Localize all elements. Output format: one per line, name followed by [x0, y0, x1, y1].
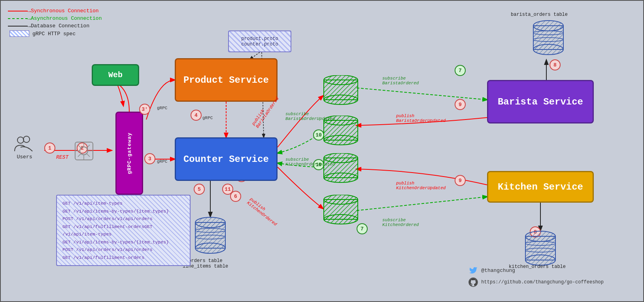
api-item-6: POST /v1/api/orders/v1/api/orders [62, 246, 184, 254]
barista-db-label: barista_orders table [511, 12, 568, 17]
svg-point-28 [195, 243, 225, 253]
architecture-diagram: → Synchronous Connection → Asynchronous … [0, 0, 644, 302]
step-9a: 9 [455, 99, 466, 110]
api-item-3: GET /v1/api/fulfillment-ordersGET [62, 223, 184, 231]
svg-point-33 [533, 44, 563, 55]
svg-point-10 [17, 137, 24, 143]
proto-box: product.proto counter.proto [228, 30, 291, 52]
twitter-label: @thangchung [481, 268, 515, 274]
publish-kitchen-order-updated-label: publishKitchenOrderUpdated [396, 181, 446, 190]
counter-service: Counter Service [175, 137, 278, 181]
api-item-0: GET /v1/api/item-types [62, 199, 184, 207]
mq-cylinder-4 [323, 195, 359, 224]
svg-point-15 [324, 95, 358, 104]
step-8a: 8 [550, 59, 561, 70]
barista-label: Barista Service [498, 97, 583, 107]
svg-point-18 [324, 135, 358, 145]
users-label: Users [13, 154, 36, 160]
api-item-1: GET /v1/api/items-by-types/{item_types} [62, 207, 184, 215]
svg-line-48 [78, 145, 81, 148]
step-7a: 7 [455, 65, 466, 76]
github-icon [468, 277, 478, 287]
svg-point-24 [324, 215, 358, 224]
api-item-5: GET /v1/api/items-by-types/{item_types} [62, 238, 184, 246]
api-item-7: GET /v1/api/fulfillment-orders [62, 254, 184, 262]
async-legend-label: Asynchronous Connection [31, 15, 102, 21]
svg-line-49 [87, 154, 90, 157]
subscribe-barista-order-updated-label: subscribeBaristaOrderUpdated [285, 112, 335, 121]
svg-line-6 [357, 88, 487, 100]
step-5: 5 [194, 184, 205, 195]
step-1: 1 [44, 142, 55, 154]
kitchen-service: Kitchen Service [487, 171, 594, 203]
kitchen-label: Kitchen Service [498, 182, 583, 192]
grpc-label-3: gRPC [202, 116, 213, 120]
twitter-icon [468, 266, 478, 275]
grpc-legend-label: gRPC HTTP spec [32, 31, 76, 37]
svg-line-8 [357, 197, 487, 211]
svg-line-51 [78, 154, 81, 157]
api-item-4: /v1/api/item-types [62, 230, 184, 238]
barista-db [533, 20, 564, 57]
kitchen-db [525, 230, 556, 268]
product-service: Product Service [175, 58, 278, 102]
api-item-2: POST /v1/api/orders/v1/api/orders [62, 215, 184, 223]
rest-label: REST [56, 154, 68, 160]
api-box: GET /v1/api/item-types GET /v1/api/items… [56, 195, 191, 266]
publish-kitchen-ordered-label: publishKitchenOrdered [246, 197, 281, 227]
api-gateway-icon [73, 140, 95, 162]
sync-legend-label: Synchronous Connection [31, 8, 99, 14]
step-7b: 7 [357, 223, 368, 234]
publish-barista-order-updated-label: publishBaristaOrderUpdated [396, 114, 446, 123]
grpc-label-1: gRPC [157, 106, 167, 110]
web-label: Web [108, 70, 123, 80]
step-4: 4 [191, 110, 202, 121]
step-3prime: 3' [139, 104, 150, 115]
orders-db [195, 217, 226, 256]
github-label: https://github.com/thangchung/go-coffees… [481, 279, 604, 285]
step-10a: 10 [313, 129, 324, 141]
social-links: @thangchung https://github.com/thangchun… [468, 266, 604, 289]
subscribe-barista-ordered-label: subscribeBaristaOrdered [382, 76, 419, 85]
step-11: 11 [222, 184, 233, 195]
svg-point-21 [324, 173, 358, 182]
svg-line-50 [87, 145, 90, 148]
svg-point-11 [23, 136, 30, 142]
db-legend-label: Database Connection [31, 23, 89, 29]
users-icon: Users [13, 135, 36, 160]
mq-cylinder-1 [323, 75, 359, 105]
product-label: Product Service [183, 75, 269, 85]
subscribe-kitchen-ordered-label: subscribeKitchenOrdered [382, 218, 419, 227]
counter-label: Counter Service [183, 154, 269, 165]
legend: → Synchronous Connection → Asynchronous … [8, 8, 102, 38]
subscribe-kitchen-order-updated-label: subscribeKitchenOrderUpdated [285, 157, 335, 167]
barista-service: Barista Service [487, 80, 594, 123]
web-service: Web [92, 64, 139, 86]
step-3: 3 [144, 153, 155, 164]
step-9b: 9 [455, 175, 466, 186]
proto-label: product.proto counter.proto [241, 36, 278, 47]
grpc-gateway-label: gRPC-gateway [127, 132, 132, 174]
grpc-label-2: gRPC [157, 159, 167, 164]
grpc-gateway-service: gRPC-gateway [115, 112, 143, 195]
